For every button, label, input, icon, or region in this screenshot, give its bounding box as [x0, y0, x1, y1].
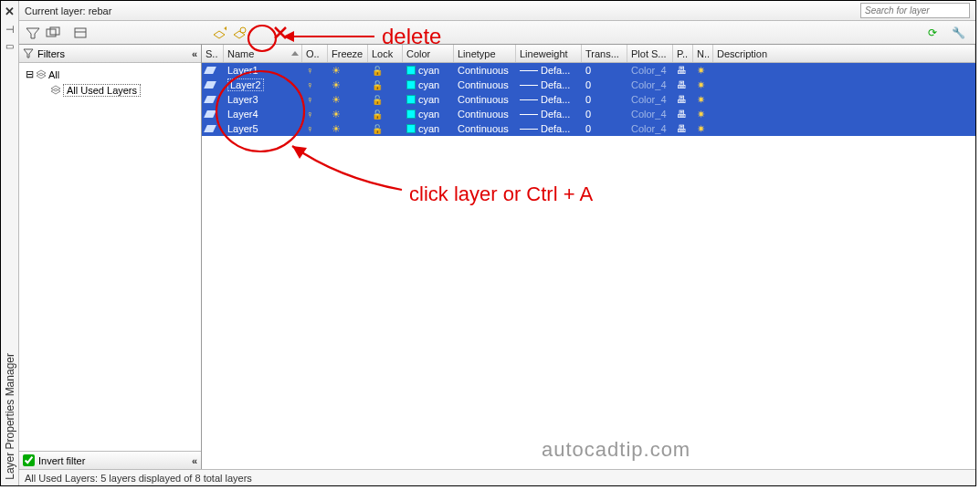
cell-lineweight[interactable]: Defa...	[516, 107, 582, 121]
delete-layer-button[interactable]	[270, 23, 290, 43]
lightbulb-icon[interactable]: ♀	[306, 109, 313, 120]
collapse-filters-icon-2[interactable]: «	[192, 455, 197, 466]
cell-transparency[interactable]: 0	[582, 78, 627, 92]
cell-plotstyle[interactable]: Color_4	[627, 107, 673, 121]
printer-icon[interactable]: 🖶	[677, 79, 687, 90]
new-property-filter-icon[interactable]	[25, 25, 41, 41]
col-plot[interactable]: P..	[673, 45, 693, 62]
cell-description[interactable]	[713, 63, 975, 78]
cell-plotstyle[interactable]: Color_4	[627, 78, 673, 92]
cell-name[interactable]: Layer4	[224, 107, 302, 121]
printer-icon[interactable]: 🖶	[677, 94, 687, 105]
col-freeze[interactable]: Freeze	[328, 45, 368, 62]
lightbulb-icon[interactable]: ♀	[306, 79, 313, 90]
table-row[interactable]: Layer1♀☀🔓cyanContinuousDefa...0Color_4🖶✷	[202, 63, 975, 78]
new-group-filter-icon[interactable]	[45, 25, 61, 41]
search-input[interactable]	[865, 5, 980, 16]
filter-tree[interactable]: ⊟ All All Used Layers	[19, 63, 201, 451]
new-vp-freeze-icon[interactable]: ✷	[697, 79, 705, 91]
sun-icon[interactable]: ☀	[332, 123, 341, 135]
lightbulb-icon[interactable]: ♀	[306, 94, 313, 105]
search-layer-input[interactable]: 🔍	[860, 3, 970, 18]
cell-linetype[interactable]: Continuous	[454, 107, 516, 121]
cell-lineweight[interactable]: Defa...	[516, 78, 582, 92]
cell-color[interactable]: cyan	[403, 107, 454, 121]
cell-name[interactable]: Layer2	[224, 78, 302, 92]
cell-transparency[interactable]: 0	[582, 63, 627, 78]
lightbulb-icon[interactable]: ♀	[306, 123, 313, 134]
cell-color[interactable]: cyan	[403, 121, 454, 136]
col-plotstyle[interactable]: Plot S...	[627, 45, 673, 62]
printer-icon[interactable]: 🖶	[677, 123, 687, 134]
unlock-icon[interactable]: 🔓	[372, 109, 383, 120]
cell-color[interactable]: cyan	[403, 92, 454, 107]
cell-description[interactable]	[713, 121, 975, 136]
col-linetype[interactable]: Linetype	[454, 45, 516, 62]
cell-lineweight[interactable]: Defa...	[516, 63, 582, 78]
refresh-icon[interactable]: ⟳	[924, 25, 941, 41]
unlock-icon[interactable]: 🔓	[372, 95, 383, 105]
new-layer-icon[interactable]: ✦	[211, 25, 227, 41]
unlock-icon[interactable]: 🔓	[372, 80, 383, 90]
new-vp-freeze-icon[interactable]: ✷	[697, 94, 705, 106]
close-icon[interactable]: ✕	[5, 5, 15, 18]
cell-transparency[interactable]: 0	[582, 107, 627, 121]
table-body[interactable]: Layer1♀☀🔓cyanContinuousDefa...0Color_4🖶✷…	[202, 63, 975, 469]
col-color[interactable]: Color	[403, 45, 454, 62]
cell-linetype[interactable]: Continuous	[454, 121, 516, 136]
sun-icon[interactable]: ☀	[332, 94, 341, 106]
table-row[interactable]: Layer2♀☀🔓cyanContinuousDefa...0Color_4🖶✷	[202, 78, 975, 92]
lightbulb-icon[interactable]: ♀	[306, 65, 313, 76]
tree-root-all[interactable]: ⊟ All	[23, 67, 197, 82]
table-row[interactable]: Layer3♀☀🔓cyanContinuousDefa...0Color_4🖶✷	[202, 92, 975, 107]
cell-description[interactable]	[713, 92, 975, 107]
palette-menu-icon[interactable]: ▭	[5, 41, 14, 51]
new-vp-freeze-icon[interactable]: ✷	[697, 109, 705, 120]
cell-plotstyle[interactable]: Color_4	[627, 121, 673, 136]
sun-icon[interactable]: ☀	[332, 65, 341, 77]
cell-transparency[interactable]: 0	[582, 92, 627, 107]
tree-all-used-layers[interactable]: All Used Layers	[23, 82, 197, 98]
table-header[interactable]: S.. Name O.. Freeze Lock Color Linetype …	[202, 45, 975, 63]
col-lock[interactable]: Lock	[368, 45, 403, 62]
cell-name[interactable]: Layer3	[224, 92, 302, 107]
col-name[interactable]: Name	[224, 45, 302, 62]
cell-color[interactable]: cyan	[403, 63, 454, 78]
cell-description[interactable]	[713, 78, 975, 92]
settings-icon[interactable]: 🔧	[950, 25, 966, 41]
cell-plotstyle[interactable]: Color_4	[627, 92, 673, 107]
invert-filter-checkbox[interactable]	[23, 454, 35, 466]
cell-linetype[interactable]: Continuous	[454, 78, 516, 92]
collapse-filters-icon[interactable]: «	[192, 48, 197, 59]
autohide-pin-icon[interactable]: ⊣	[5, 24, 15, 36]
cell-name[interactable]: Layer1	[224, 63, 302, 78]
col-on[interactable]: O..	[302, 45, 328, 62]
new-vp-freeze-icon[interactable]: ✷	[697, 123, 705, 135]
col-status[interactable]: S..	[202, 45, 224, 62]
new-layer-vp-frozen-icon[interactable]	[231, 25, 248, 41]
cell-lineweight[interactable]: Defa...	[516, 92, 582, 107]
col-lineweight[interactable]: Lineweight	[516, 45, 582, 62]
table-row[interactable]: Layer4♀☀🔓cyanContinuousDefa...0Color_4🖶✷	[202, 107, 975, 121]
cell-lineweight[interactable]: Defa...	[516, 121, 582, 136]
printer-icon[interactable]: 🖶	[677, 65, 687, 76]
new-vp-freeze-icon[interactable]: ✷	[697, 65, 705, 77]
cell-color[interactable]: cyan	[403, 78, 454, 92]
unlock-icon[interactable]: 🔓	[372, 66, 383, 76]
unlock-icon[interactable]: 🔓	[372, 124, 383, 134]
cell-plotstyle[interactable]: Color_4	[627, 63, 673, 78]
svg-marker-0	[26, 28, 39, 38]
cell-transparency[interactable]: 0	[582, 121, 627, 136]
col-transparency[interactable]: Trans...	[582, 45, 627, 62]
layer-states-icon[interactable]	[72, 25, 89, 41]
sun-icon[interactable]: ☀	[332, 79, 341, 91]
cell-linetype[interactable]: Continuous	[454, 92, 516, 107]
table-row[interactable]: Layer5♀☀🔓cyanContinuousDefa...0Color_4🖶✷	[202, 121, 975, 136]
col-newvp[interactable]: N..	[693, 45, 713, 62]
col-description[interactable]: Description	[713, 45, 975, 62]
sun-icon[interactable]: ☀	[332, 109, 341, 120]
cell-name[interactable]: Layer5	[224, 121, 302, 136]
printer-icon[interactable]: 🖶	[677, 109, 687, 120]
cell-linetype[interactable]: Continuous	[454, 63, 516, 78]
cell-description[interactable]	[713, 107, 975, 121]
